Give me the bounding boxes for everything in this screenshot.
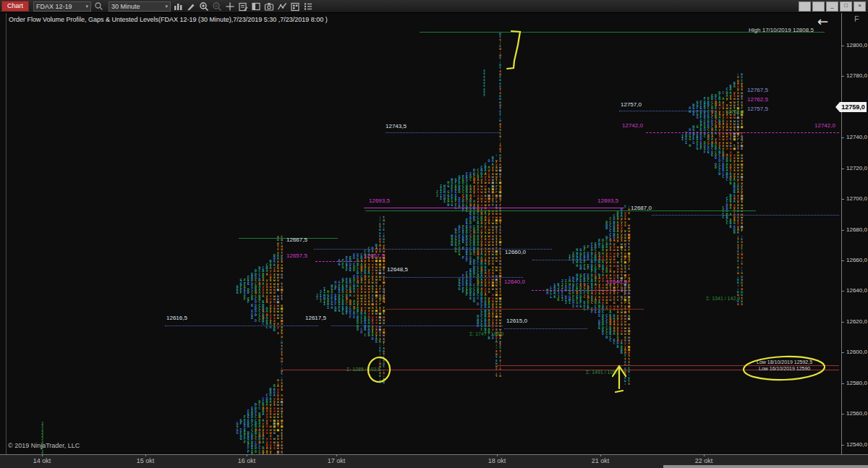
gap-12742-0-left-line (646, 132, 839, 133)
gap-12742-0-right-label: 12742,0 (814, 122, 835, 129)
price-axis-tick (841, 445, 844, 446)
untested-12648-5-line (386, 277, 523, 278)
indicator-icon[interactable] (276, 1, 288, 12)
price-axis-tick (841, 46, 844, 46)
chevron-down-icon: ▾ (166, 4, 169, 9)
price-axis-label: 12720,0 (846, 165, 867, 171)
profile-17okt-row: tu (379, 380, 386, 383)
untested-12616-5-label: 12616,5 (166, 315, 187, 321)
open-line-12692-line (365, 210, 756, 211)
copyright: © 2019 NinjaTrader, LLC (8, 442, 80, 449)
restore-button[interactable]: □ (840, 1, 852, 12)
ninjatrader-chart-window: Chart FDAX 12-19 ▾ 30 Minute ▾ (0, 0, 868, 468)
interval-label: 30 Minute (111, 3, 140, 10)
chart-tab[interactable]: Chart (1, 1, 29, 12)
price-axis-label: 12780,0 (846, 72, 867, 79)
profile-21okt-row: :s (624, 382, 631, 385)
gap-12657-5-left-line (315, 261, 363, 262)
low-18-10-label-label: Low 18/10/2019 12592,5 (757, 359, 812, 365)
price-axis-tick (841, 199, 844, 200)
price-axis-label: 12660,0 (846, 257, 867, 263)
gap-12640-0-left-line (532, 290, 631, 291)
current-price-marker: 12759,0 (840, 102, 867, 112)
untested-12648-5-label: 12648,5 (387, 266, 408, 273)
time-axis-tick (497, 454, 498, 456)
horizontal-scrollbar[interactable] (663, 465, 868, 468)
instrument-selector[interactable]: FDAX 12-19 ▾ (33, 1, 91, 12)
window-controls: _□× (799, 1, 866, 12)
price-axis-tick (841, 137, 844, 138)
interval-selector[interactable]: 30 Minute ▾ (109, 1, 171, 12)
untested-12687-0-line (652, 215, 839, 216)
gap-line-12628-line (386, 309, 644, 310)
search-icon[interactable] (93, 1, 104, 12)
window-button-1[interactable] (799, 1, 811, 12)
draw-icon[interactable] (185, 1, 197, 12)
minimize-button[interactable]: _ (826, 1, 838, 12)
untested-12667-5-label: 12667,5 (286, 237, 307, 243)
level-12762-5-label: 12762,5 (747, 96, 768, 103)
profile-18okt-tail-row: t (483, 93, 487, 96)
sigma-volume-label: Σ: 1285 / 102,5 (346, 367, 380, 372)
time-axis-label: 21 okt (586, 457, 615, 464)
untested-12660-0-line (532, 260, 606, 260)
price-axis-tick (841, 322, 844, 323)
untested-12615-0-line (504, 328, 587, 329)
indicator-title: Order Flow Volume Profile, Gaps & Untest… (9, 16, 328, 23)
gap-12693-5-left-label: 12693,5 (369, 197, 390, 204)
high-17-10-label: High 17/10/2019 12808,5 (749, 27, 814, 33)
toolbar: Chart FDAX 12-19 ▾ 30 Minute ▾ (0, 0, 868, 13)
price-axis-label: 12640,0 (846, 287, 867, 294)
time-axis-tick (704, 454, 705, 456)
gap-12693-5-right-label: 12693,5 (597, 197, 618, 204)
sigma-volume-label: Σ: 1747 / 195,0 (469, 331, 503, 336)
low-16-10-label-label: Low 16/10/2019 12590 (759, 366, 810, 371)
time-axis-label: 18 okt (482, 457, 511, 464)
region-icon[interactable] (250, 1, 262, 12)
instrument-flag-label: F (854, 14, 859, 23)
back-arrow-icon[interactable]: ← (817, 15, 828, 28)
price-axis-tick (841, 383, 844, 384)
time-axis-tick (42, 454, 43, 456)
price-axis-tick (841, 414, 844, 414)
properties-icon[interactable] (289, 1, 301, 12)
list-icon[interactable] (302, 1, 314, 12)
gap-12640-0-left-label: 12640,0 (504, 278, 525, 285)
snapshot-icon[interactable] (263, 1, 275, 12)
close-button[interactable]: × (854, 1, 866, 12)
sigma-volume-label: Σ: 1341 / 142,0 (706, 296, 740, 301)
price-axis-label: 12700,0 (846, 195, 867, 202)
price-axis-label: 12540,0 (846, 441, 867, 448)
time-axis-label: 17 okt (322, 457, 351, 464)
price-axis-label: 12620,0 (846, 318, 867, 325)
time-axis-tick (247, 454, 247, 456)
zoom-in-icon[interactable] (198, 1, 210, 12)
price-axis-tick (841, 76, 844, 77)
sigma-volume-label: Σ: 1491 / 105,0 (586, 370, 620, 375)
profile-18okt-row: tu (495, 374, 503, 377)
price-axis-tick (841, 260, 844, 261)
chevron-down-icon: ▾ (86, 4, 89, 9)
crosshair-icon[interactable] (224, 1, 236, 12)
chart-style-icon[interactable] (172, 1, 184, 12)
data-box-icon[interactable] (237, 1, 249, 12)
time-axis-tick (600, 454, 601, 456)
gap-12657-5-right-label: 12657,5 (364, 252, 385, 259)
level-12757-5-label: 12757,5 (747, 106, 768, 112)
time-axis-label: 22 okt (689, 457, 718, 464)
untested-12616-5-line (165, 326, 318, 326)
price-axis-label: 12600,0 (846, 349, 867, 355)
time-axis-tick (145, 454, 146, 456)
price-axis-tick (841, 169, 844, 169)
time-axis-label: 15 okt (131, 457, 160, 464)
gap-12693-5-left-line (364, 208, 624, 208)
price-axis-tick (841, 352, 844, 353)
zoom-out-icon[interactable] (211, 1, 223, 12)
window-button-2[interactable] (812, 1, 825, 12)
gap-12657-5-left-label: 12657,5 (286, 252, 307, 259)
price-axis-label: 12740,0 (846, 134, 867, 140)
untested-12757-0-label: 12757,0 (621, 101, 642, 108)
untested-12617-5-line (331, 326, 503, 326)
untested-12660-0-label: 12660,0 (505, 249, 526, 255)
level-12767-5-label: 12767,5 (747, 87, 768, 93)
